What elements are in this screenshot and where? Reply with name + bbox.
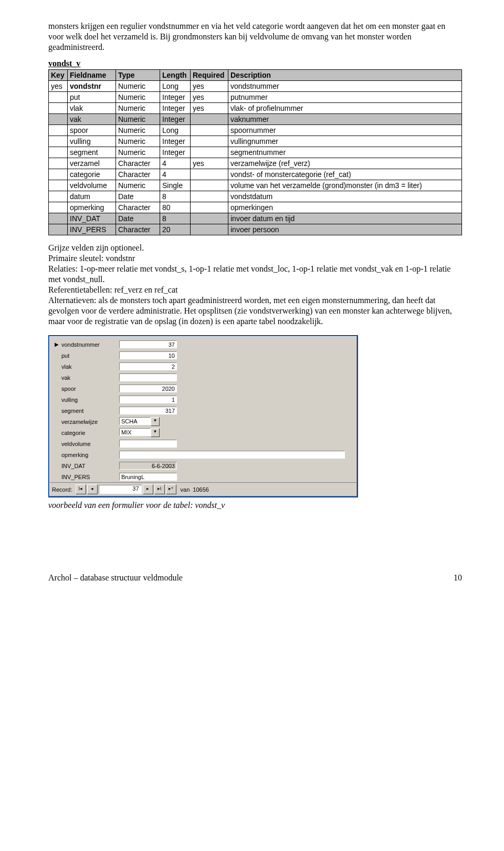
cell-type: Character (116, 202, 160, 213)
cell-type: Numeric (116, 180, 160, 191)
intro-text: monsters krijgen een regulier vondstnumm… (48, 21, 462, 53)
cell-desc: vondstdatum (228, 191, 462, 202)
form-label: vondstnummer (60, 341, 119, 348)
form-input-vulling[interactable]: 1 (119, 396, 177, 403)
form-input-opmerking[interactable] (119, 451, 345, 459)
form-input-put[interactable]: 10 (119, 351, 177, 359)
cell-key (49, 114, 68, 125)
form-input-segment[interactable]: 317 (119, 407, 177, 414)
cell-desc: vlak- of profielnummer (228, 103, 462, 114)
cell-field: segment (68, 147, 116, 158)
table-row: vullingNumericIntegervullingnummer (49, 136, 462, 147)
cell-required: yes (191, 92, 228, 103)
form-label: opmerking (60, 452, 119, 458)
table-row: vakNumericIntegervaknummer (49, 114, 462, 125)
form-input-vak[interactable] (119, 373, 177, 381)
form-input-INV_PERS[interactable]: BruningL (119, 473, 177, 481)
cell-required: yes (191, 158, 228, 169)
nav-next-button[interactable]: ▸ (143, 484, 153, 494)
cell-key (49, 191, 68, 202)
cell-length: 4 (160, 169, 191, 180)
cell-type: Numeric (116, 81, 160, 92)
cell-key (49, 213, 68, 224)
table-row: putNumericIntegeryesputnummer (49, 92, 462, 103)
form-input-verzamelwijze[interactable]: SCHA (119, 417, 151, 425)
screenshot-caption: voorbeeld van een formulier voor de tabe… (48, 501, 462, 510)
cell-field: opmerking (68, 202, 116, 213)
form-input-vondstnummer[interactable]: 37 (119, 340, 177, 348)
cell-desc: invoer datum en tijd (228, 213, 462, 224)
table-row: spoorNumericLongspoornummer (49, 125, 462, 136)
cell-desc: vullingnummer (228, 136, 462, 147)
cell-field: verzamel (68, 158, 116, 169)
cell-key (49, 147, 68, 158)
cell-field: INV_DAT (68, 213, 116, 224)
form-label: vak (60, 375, 119, 381)
cell-field: categorie (68, 169, 116, 180)
form-input-veldvolume[interactable] (119, 440, 177, 448)
page-footer: Archol – database structuur veldmodule 1… (48, 573, 462, 583)
cell-length: Single (160, 180, 191, 191)
cell-field: vulling (68, 136, 116, 147)
nav-new-button[interactable]: ▸* (166, 484, 176, 494)
form-label: categorie (60, 430, 119, 436)
cell-type: Numeric (116, 147, 160, 158)
form-label: verzamelwijze (60, 419, 119, 425)
table-row: segmentNumericIntegersegmentnummer (49, 147, 462, 158)
th-key: Key (49, 70, 68, 81)
th-type: Type (116, 70, 160, 81)
cell-key (49, 158, 68, 169)
table-row: verzamelCharacter4yesverzamelwijze (ref_… (49, 158, 462, 169)
th-length: Length (160, 70, 191, 81)
cell-desc: invoer persoon (228, 224, 462, 235)
form-label: spoor (60, 386, 119, 392)
form-input-vlak[interactable]: 2 (119, 362, 177, 370)
cell-key (49, 92, 68, 103)
record-navbar: Record: I◂ ◂ 37 ▸ ▸I ▸* van 10656 (50, 482, 356, 496)
notes-block: Grijze velden zijn optioneel.Primaire sl… (48, 243, 462, 327)
cell-field: INV_PERS (68, 224, 116, 235)
cell-length: 4 (160, 158, 191, 169)
th-field: Fieldname (68, 70, 116, 81)
form-input-spoor[interactable]: 2020 (119, 385, 177, 392)
nav-last-button[interactable]: ▸I (154, 484, 165, 494)
cell-field: veldvolume (68, 180, 116, 191)
cell-required (191, 136, 228, 147)
cell-field: vak (68, 114, 116, 125)
cell-field: put (68, 92, 116, 103)
cell-required (191, 114, 228, 125)
dropdown-icon[interactable]: ▼ (151, 417, 160, 426)
form-label: vlak (60, 364, 119, 370)
table-row: INV_PERSCharacter20invoer persoon (49, 224, 462, 235)
cell-type: Numeric (116, 92, 160, 103)
cell-length: 20 (160, 224, 191, 235)
table-row: opmerkingCharacter80opmerkingen (49, 202, 462, 213)
record-selector-icon[interactable]: ▶ (53, 341, 60, 348)
cell-type: Date (116, 213, 160, 224)
nav-record-input[interactable]: 37 (99, 485, 142, 494)
cell-desc: vaknummer (228, 114, 462, 125)
footer-page-number: 10 (454, 573, 462, 583)
cell-key (49, 202, 68, 213)
cell-key (49, 136, 68, 147)
cell-desc: putnummer (228, 92, 462, 103)
cell-length: 80 (160, 202, 191, 213)
nav-prev-button[interactable]: ◂ (87, 484, 98, 494)
table-row: vlakNumericIntegeryesvlak- of profielnum… (49, 103, 462, 114)
cell-type: Numeric (116, 125, 160, 136)
table-row: categorieCharacter4vondst- of monstercat… (49, 169, 462, 180)
form-label: put (60, 352, 119, 359)
nav-first-button[interactable]: I◂ (76, 484, 86, 494)
cell-type: Character (116, 224, 160, 235)
dropdown-icon[interactable]: ▼ (151, 428, 160, 437)
cell-type: Character (116, 158, 160, 169)
cell-type: Numeric (116, 114, 160, 125)
cell-required (191, 191, 228, 202)
form-label: veldvolume (60, 441, 119, 447)
form-label: segment (60, 408, 119, 414)
form-input-INV_DAT: 6-6-2003 (119, 462, 177, 470)
cell-required (191, 125, 228, 136)
cell-required (191, 169, 228, 180)
form-input-categorie[interactable]: MIX (119, 428, 151, 436)
form-label: INV_PERS (60, 474, 119, 480)
